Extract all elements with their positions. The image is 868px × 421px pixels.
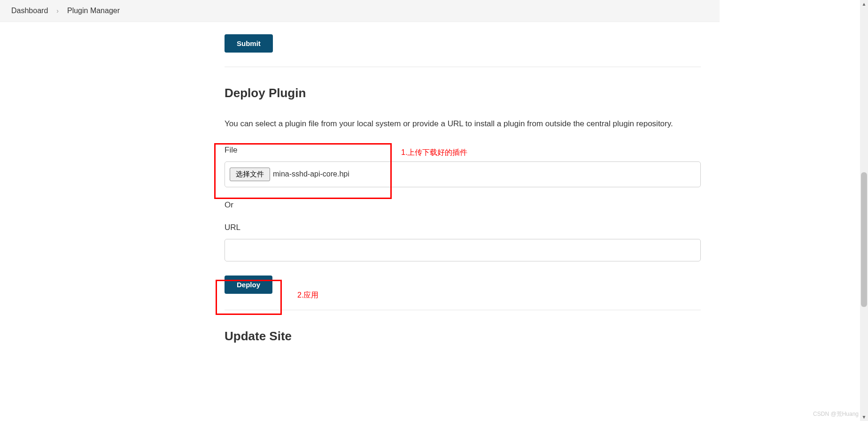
- deploy-description: You can select a plugin file from your l…: [225, 118, 701, 130]
- breadcrumb-dashboard[interactable]: Dashboard: [11, 7, 48, 15]
- choose-file-button[interactable]: 选择文件: [230, 168, 270, 181]
- watermark: CSDN @荒Huang: [813, 410, 859, 418]
- chevron-right-icon: ›: [56, 7, 59, 15]
- url-input[interactable]: [225, 239, 701, 261]
- breadcrumb-plugin-manager[interactable]: Plugin Manager: [67, 7, 120, 15]
- scrollbar-thumb[interactable]: [861, 172, 867, 307]
- scrollbar[interactable]: ▲ ▼: [860, 0, 868, 421]
- divider: [225, 67, 701, 67]
- breadcrumb: Dashboard › Plugin Manager: [0, 0, 720, 22]
- file-input[interactable]: 选择文件 mina-sshd-api-core.hpi: [225, 161, 701, 187]
- scrollbar-up-icon[interactable]: ▲: [860, 0, 868, 8]
- selected-file-name: mina-sshd-api-core.hpi: [273, 170, 349, 178]
- url-label: URL: [225, 223, 701, 232]
- scrollbar-down-icon[interactable]: ▼: [860, 413, 868, 421]
- update-site-heading: Update Site: [225, 329, 701, 344]
- or-label: Or: [225, 200, 701, 210]
- annotation-text-1: 1.上传下载好的插件: [401, 148, 467, 158]
- annotation-text-2: 2.应用: [297, 291, 318, 300]
- divider: [225, 310, 701, 310]
- deploy-button[interactable]: Deploy: [225, 276, 272, 294]
- main-content: Submit Deploy Plugin You can select a pl…: [0, 22, 720, 344]
- deploy-plugin-heading: Deploy Plugin: [225, 86, 701, 100]
- submit-button[interactable]: Submit: [225, 34, 273, 53]
